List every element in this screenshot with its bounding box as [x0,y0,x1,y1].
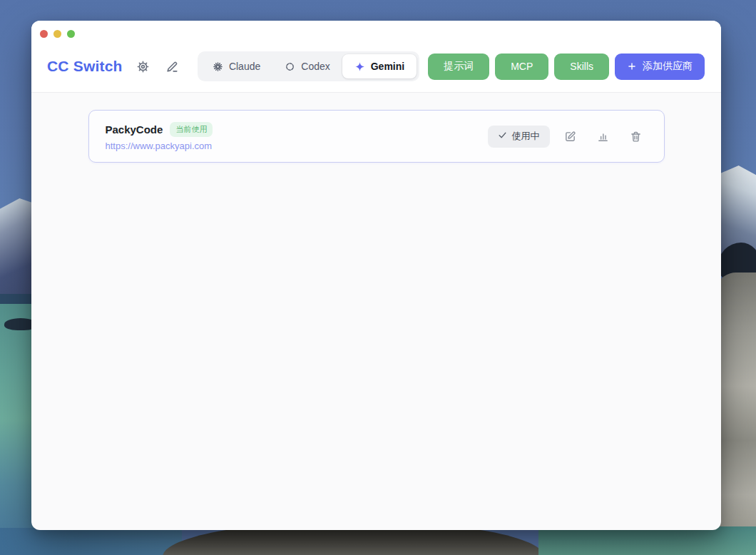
wallpaper-water-bottom-right [538,526,756,555]
provider-url-link[interactable]: https://www.packyapi.com [106,141,213,151]
gemini-icon [354,61,365,72]
add-provider-button[interactable]: 添加供应商 [615,54,705,80]
provider-name: PackyCode [106,123,163,136]
delete-provider-button[interactable] [623,127,648,146]
bar-chart-icon [597,131,609,143]
pen-icon [165,60,179,73]
provider-info: PackyCode 当前使用 https://www.packyapi.com [106,122,213,151]
provider-controls: 使用中 [488,126,648,148]
tab-codex-label: Codex [301,61,330,72]
window-controls [40,30,75,38]
title-group: CC Switch [47,57,182,76]
settings-button[interactable] [133,57,153,76]
gear-icon [136,60,150,73]
tab-claude-label: Claude [229,61,260,72]
zoom-window-button[interactable] [67,30,75,38]
codex-icon [285,61,295,72]
app-window: CC Switch [31,21,721,530]
edit-mode-button[interactable] [163,57,182,76]
app-header: CC Switch [31,21,721,93]
mcp-button[interactable]: MCP [495,54,548,80]
check-icon [498,131,507,142]
wallpaper-water-bottom-left [0,528,182,555]
tab-gemini[interactable]: Gemini [342,54,417,78]
tab-gemini-label: Gemini [371,61,404,72]
current-use-badge: 当前使用 [170,122,213,137]
trash-icon [630,131,642,143]
plus-icon [627,61,637,71]
skills-button[interactable]: Skills [554,54,609,80]
claude-icon [213,61,223,72]
provider-type-tabs: Claude Codex Gemini [198,51,419,81]
in-use-status-label: 使用中 [512,130,540,143]
app-title: CC Switch [47,58,123,75]
prompts-button[interactable]: 提示词 [428,54,489,80]
usage-stats-button[interactable] [591,127,615,146]
tab-claude[interactable]: Claude [200,54,272,78]
tab-codex[interactable]: Codex [272,54,342,78]
edit-icon [564,131,576,143]
provider-card: PackyCode 当前使用 https://www.packyapi.com … [88,110,665,163]
provider-list: PackyCode 当前使用 https://www.packyapi.com … [31,93,721,180]
edit-provider-button[interactable] [558,127,583,146]
minimize-window-button[interactable] [53,30,61,38]
header-actions: 提示词 MCP Skills 添加供应商 [428,54,705,80]
close-window-button[interactable] [40,30,48,38]
provider-name-row: PackyCode 当前使用 [106,122,213,137]
add-provider-label: 添加供应商 [643,60,693,73]
in-use-status-button[interactable]: 使用中 [488,126,550,148]
